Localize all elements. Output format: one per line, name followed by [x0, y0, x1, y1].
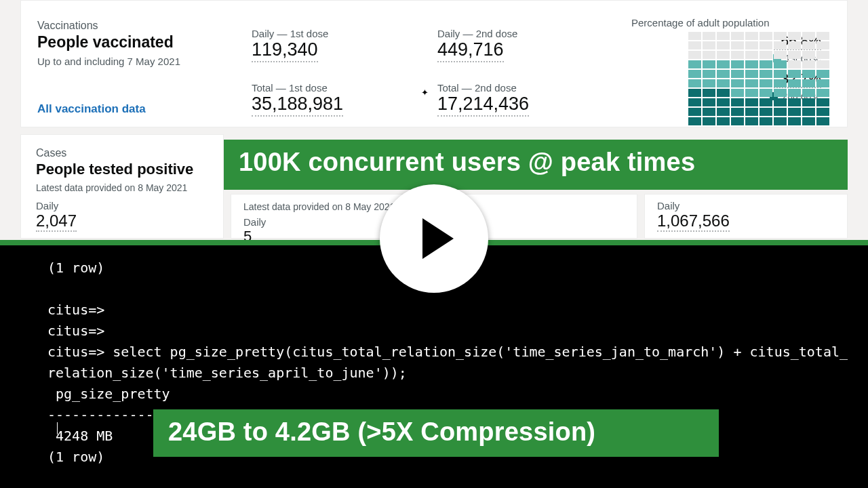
term-line: citus=> — [47, 323, 104, 339]
cases-sub: Latest data provided on 8 May 2021 — [36, 182, 208, 193]
term-line: relation_size('time_series_april_to_june… — [47, 365, 407, 381]
stat-label: Daily — 2nd dose — [437, 28, 517, 39]
term-line: pg_size_pretty — [47, 386, 170, 402]
stat-value: 17,214,436 — [437, 94, 529, 117]
vax-subtitle: Up to and including 7 May 2021 — [37, 56, 227, 67]
stat-label: Total — 2nd dose — [437, 82, 529, 94]
play-button[interactable] — [380, 184, 488, 293]
term-line: (1 row) — [47, 260, 104, 276]
waffle-grid — [688, 32, 829, 125]
term-line: citus=> — [47, 302, 104, 318]
vaccinations-card: Vaccinations People vaccinated Up to and… — [20, 0, 848, 127]
banner-compression: 24GB to 4.2GB (>5X Compression) — [153, 409, 719, 457]
stat-value: 119,340 — [252, 39, 318, 62]
cases-card: Cases People tested positive Latest data… — [20, 134, 224, 239]
vax-tag: Vaccinations — [37, 20, 227, 32]
cases-daily-value: 2,047 — [36, 211, 77, 232]
stat-value: 449,716 — [437, 39, 504, 62]
waffle-title: Percentage of adult population — [597, 17, 828, 28]
stat-value: 35,188,981 — [252, 94, 343, 117]
text-caret-icon — [57, 422, 58, 434]
cases-tag: Cases — [36, 147, 208, 159]
cases-title: People tested positive — [36, 161, 208, 178]
right-daily-label: Daily — [657, 200, 835, 211]
stat-total-2nd: Total — 2nd dose 17,214,436 — [437, 82, 529, 117]
stat-daily-1st: Daily — 1st dose 119,340 — [252, 28, 328, 62]
right-daily-value: 1,067,566 — [657, 211, 730, 232]
right-card: Daily 1,067,566 — [644, 194, 848, 239]
stat-total-1st: Total — 1st dose 35,188,981 — [252, 82, 343, 117]
vax-title: People vaccinated — [37, 33, 227, 52]
mouse-cursor-icon: ✦ — [421, 87, 429, 98]
term-line: citus=> select pg_size_pretty(citus_tota… — [47, 344, 848, 360]
cases-daily-label: Daily — [36, 200, 208, 211]
stat-label: Total — 1st dose — [252, 82, 343, 94]
all-vaccination-data-link[interactable]: All vaccination data — [37, 102, 146, 116]
play-icon — [422, 218, 454, 259]
banner-peak-users: 100K concurrent users @ peak times — [224, 140, 848, 190]
stat-label: Daily — 1st dose — [252, 28, 328, 39]
stat-daily-2nd: Daily — 2nd dose 449,716 — [437, 28, 517, 62]
term-line: (1 row) — [47, 449, 104, 465]
